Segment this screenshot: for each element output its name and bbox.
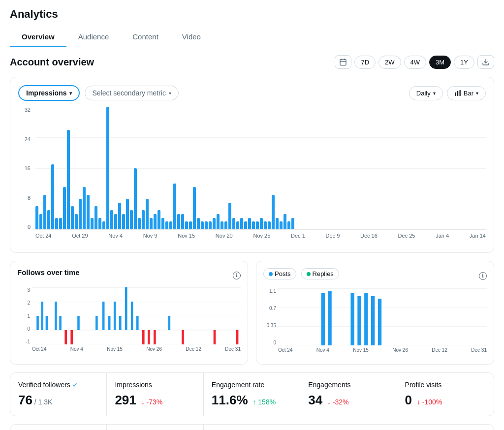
chart-bar [91,218,94,229]
follows-chart-title: Follows over time [17,268,80,276]
daily-view-button[interactable]: Daily ▾ [409,86,443,100]
x-label: Nov 26 [392,347,408,357]
svg-rect-37 [371,296,375,345]
secondary-metric-button[interactable]: Select secondary metric ▾ [85,86,178,100]
chart-bar [244,221,247,229]
posts-y-axis: 1.1 0.7 0.35 0 [263,288,278,345]
engagement-rate-change: ↑ 158% [252,398,276,406]
info-icon[interactable]: ℹ [479,272,487,280]
calendar-button[interactable] [335,55,351,69]
engagement-rate-value-row: 11.6% ↑ 158% [212,393,292,408]
chart-bar [142,210,145,229]
x-label: Dec 12 [186,346,201,356]
svg-rect-15 [95,316,98,330]
follows-chart-card: Follows over time ℹ 3 2 1 0 -1 [10,261,248,365]
chevron-down-icon: ▾ [433,91,436,96]
chart-type-label: Bar [464,90,473,97]
chart-type-button[interactable]: Bar ▾ [447,86,486,100]
chart-bar [118,203,121,229]
y-label: 8 [28,195,31,201]
chart-bar [150,218,153,229]
legend-replies[interactable]: Replies [301,268,339,279]
tab-overview[interactable]: Overview [10,27,66,47]
chart-bar [51,164,54,229]
follows-bars-area [32,287,241,344]
x-label: Dec 31 [471,347,487,357]
svg-rect-31 [236,330,239,344]
time-btn-3m[interactable]: 3M [429,56,451,69]
chart-bar [217,214,220,229]
metric-number: 76 [18,393,32,407]
x-label: Nov 20 [216,233,233,245]
chart-bar [79,199,82,229]
svg-rect-35 [357,296,361,345]
posts-chart-header: Posts Replies ℹ [263,268,487,283]
chevron-down-icon: ▾ [476,91,478,96]
metric-card-verified-followers: Verified followers ✓ 76 / 1.3K [10,373,107,416]
chart-bar [197,218,200,229]
time-btn-2w[interactable]: 2W [378,56,401,69]
metric-card-profile-visits: Profile visits 0 ↓ -100% [397,373,494,416]
chevron-down-icon: ▾ [169,91,171,96]
x-label: Dec 16 [360,233,378,245]
chart-bar [134,168,137,230]
follows-chart-header: Follows over time ℹ [17,268,241,282]
chart-bars-area [35,107,486,230]
svg-rect-12 [55,302,57,330]
chart-bar [106,107,109,229]
account-overview-row: Account overview 7D 2W 4W 3M 1Y [10,55,494,69]
impressions-value-row: 291 ↓ -73% [115,393,195,408]
chart-bar [252,221,255,229]
x-label: Dec 31 [225,346,241,356]
chart-bar [240,218,243,229]
chart-bar [260,218,263,229]
metric-card-impressions: Impressions 291 ↓ -73% [107,373,203,416]
posts-chart-card: Posts Replies ℹ 1.1 [256,261,494,365]
chart-controls: Impressions ▾ Select secondary metric ▾ … [18,85,486,101]
time-btn-1y[interactable]: 1Y [454,56,474,69]
tab-video[interactable]: Video [170,27,213,47]
chart-bar [130,210,133,229]
time-controls: 7D 2W 4W 3M 1Y [335,55,494,69]
svg-rect-22 [136,316,139,330]
page-container: Analytics Overview Audience Content Vide… [0,0,504,430]
chart-bar [55,218,58,229]
svg-rect-17 [108,316,111,330]
chart-bar [201,221,204,229]
info-icon[interactable]: ℹ [233,272,241,279]
tab-audience[interactable]: Audience [66,27,121,47]
secondary-metric-label: Select secondary metric [92,89,165,97]
verified-icon: ✓ [72,381,78,389]
chart-bar [264,221,267,229]
time-btn-4w[interactable]: 4W [404,56,427,69]
bottom-metric-bookmarks: Bookmarks [300,425,397,430]
bottom-metric-shares: Shares [397,425,494,430]
time-btn-7d[interactable]: 7D [354,56,376,69]
x-label: Nov 4 [316,347,329,357]
chart-bar [220,221,223,229]
svg-rect-9 [36,316,39,330]
svg-rect-24 [64,330,67,344]
primary-metric-button[interactable]: Impressions ▾ [18,85,80,101]
y-label: 1 [27,313,30,319]
x-label: Nov 15 [107,346,123,356]
chart-bar [154,214,157,229]
svg-rect-11 [46,316,48,330]
engagements-label: Engagements [308,381,388,389]
x-label: Nov 4 [70,346,83,356]
verified-followers-label: Verified followers ✓ [18,381,98,389]
chart-bar [122,214,125,229]
bottom-metrics-row: Replies Likes Reposts Bookmarks Shares [10,424,494,430]
svg-rect-27 [148,330,150,344]
replies-dot [307,272,311,276]
y-label: 1.1 [269,288,276,294]
legend-posts[interactable]: Posts [263,268,296,279]
chart-bar [75,214,78,229]
chart-bar [102,221,105,229]
posts-x-axis: Oct 24 Nov 4 Nov 15 Nov 26 Dec 12 Dec 31 [278,347,487,357]
chart-bar [185,221,188,229]
download-button[interactable] [477,55,494,69]
chart-bar [213,218,216,229]
tab-content[interactable]: Content [121,27,170,47]
svg-rect-36 [364,293,368,345]
